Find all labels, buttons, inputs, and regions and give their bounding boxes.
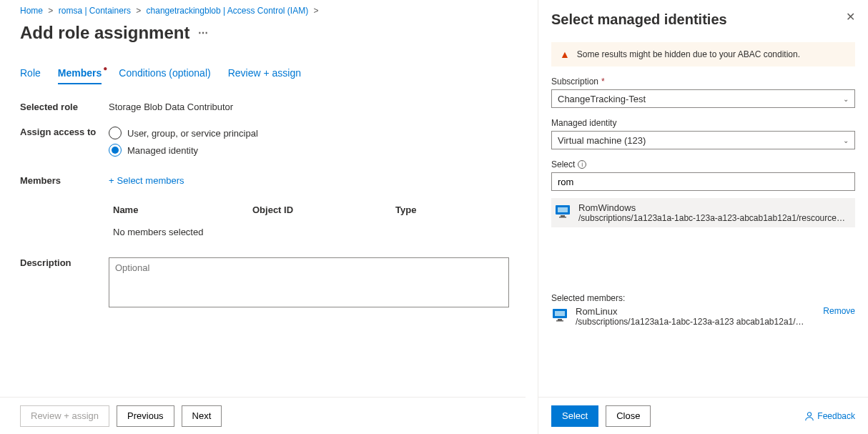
subscription-select[interactable]: ChangeTracking-Test ⌄ — [551, 89, 855, 108]
result-name: RomWindows — [578, 202, 850, 213]
required-indicator-icon: ● — [103, 64, 107, 72]
feedback-icon — [804, 411, 814, 421]
svg-rect-6 — [558, 319, 562, 320]
managed-identity-select[interactable]: Virtual machine (123) ⌄ — [551, 131, 855, 149]
description-label: Description — [20, 257, 109, 310]
panel-footer: Select Close Feedback — [538, 397, 868, 434]
select-button[interactable]: Select — [551, 405, 598, 427]
breadcrumb-iam[interactable]: changetrackingblob | Access Control (IAM… — [147, 6, 309, 16]
next-button[interactable]: Next — [182, 405, 222, 427]
selected-role-value: Storage Blob Data Contributor — [109, 102, 526, 112]
tabs: Role Members ● Conditions (optional) Rev… — [20, 67, 526, 84]
main-content: Home > romsa | Containers > changetracki… — [0, 0, 526, 434]
breadcrumb: Home > romsa | Containers > changetracki… — [20, 6, 526, 16]
review-assign-button[interactable]: Review + assign — [20, 405, 109, 427]
radio-user-group[interactable] — [109, 127, 122, 139]
members-table-empty: No members selected — [109, 221, 509, 243]
vm-icon — [554, 202, 571, 220]
svg-rect-7 — [556, 320, 563, 322]
subscription-label: Subscription — [551, 77, 598, 87]
feedback-label: Feedback — [817, 411, 855, 421]
page-title: Add role assignment — [20, 23, 189, 43]
required-star-icon: * — [601, 77, 605, 87]
assign-access-label: Assign access to — [20, 127, 109, 161]
selected-role-label: Selected role — [20, 102, 109, 112]
previous-button[interactable]: Previous — [117, 405, 174, 427]
managed-identity-value: Virtual machine (123) — [558, 135, 646, 146]
chevron-right-icon: > — [313, 6, 318, 16]
svg-rect-2 — [561, 215, 565, 217]
more-actions-icon[interactable]: ⋯ — [198, 27, 208, 39]
tab-role[interactable]: Role — [20, 67, 41, 84]
svg-rect-3 — [559, 217, 566, 218]
svg-point-8 — [808, 412, 812, 415]
close-icon[interactable]: ✕ — [846, 11, 855, 23]
selected-member-name: RomLinux — [576, 306, 804, 317]
plus-icon: + — [109, 175, 114, 186]
tab-members[interactable]: Members ● — [58, 67, 102, 84]
select-members-link[interactable]: +Select members — [109, 175, 184, 186]
members-label: Members — [20, 175, 109, 243]
abac-warning: ▲ Some results might be hidden due to yo… — [551, 42, 855, 66]
tab-members-label: Members — [58, 67, 102, 79]
chevron-right-icon: > — [136, 6, 141, 16]
panel-title: Select managed identities — [551, 11, 727, 28]
tab-review-assign[interactable]: Review + assign — [228, 67, 301, 84]
radio-managed-identity-label: Managed identity — [127, 145, 198, 156]
description-input[interactable] — [109, 257, 509, 307]
col-name: Name — [113, 204, 252, 215]
chevron-down-icon: ⌄ — [843, 137, 849, 144]
select-managed-identities-panel: Select managed identities ✕ ▲ Some resul… — [538, 0, 868, 434]
selected-member-item: RomLinux /subscriptions/1a123a1a-1abc-12… — [551, 306, 855, 327]
remove-link[interactable]: Remove — [823, 306, 855, 316]
info-icon[interactable]: i — [578, 160, 586, 169]
subscription-value: ChangeTracking-Test — [558, 94, 646, 104]
close-button[interactable]: Close — [606, 405, 651, 427]
col-object-id: Object ID — [252, 204, 395, 215]
svg-rect-5 — [555, 311, 565, 316]
vm-icon — [551, 306, 568, 323]
chevron-right-icon: > — [48, 6, 53, 16]
managed-identity-label: Managed identity — [551, 118, 616, 128]
chevron-down-icon: ⌄ — [843, 95, 849, 103]
svg-rect-1 — [558, 207, 568, 212]
members-table-header: Name Object ID Type — [109, 199, 509, 221]
footer-bar: Review + assign Previous Next — [0, 397, 526, 434]
radio-user-group-label: User, group, or service principal — [127, 128, 258, 139]
selected-members-label: Selected members: — [551, 293, 855, 303]
search-result-item[interactable]: RomWindows /subscriptions/1a123a1a-1abc-… — [551, 198, 855, 227]
warning-icon: ▲ — [560, 49, 570, 59]
breadcrumb-home[interactable]: Home — [20, 6, 43, 16]
breadcrumb-romsa[interactable]: romsa | Containers — [59, 6, 131, 16]
select-label: Select — [551, 159, 575, 169]
select-members-link-label: Select members — [117, 175, 184, 186]
feedback-link[interactable]: Feedback — [804, 411, 855, 421]
selected-member-path: /subscriptions/1a123a1a-1abc-123a-a123 a… — [576, 317, 804, 327]
result-path: /subscriptions/1a123a1a-1abc-123a-a123-a… — [578, 213, 850, 223]
tab-conditions[interactable]: Conditions (optional) — [119, 67, 210, 84]
abac-warning-text: Some results might be hidden due to your… — [577, 49, 800, 59]
search-input[interactable] — [551, 172, 855, 191]
col-type: Type — [395, 204, 505, 215]
radio-managed-identity[interactable] — [109, 144, 122, 157]
